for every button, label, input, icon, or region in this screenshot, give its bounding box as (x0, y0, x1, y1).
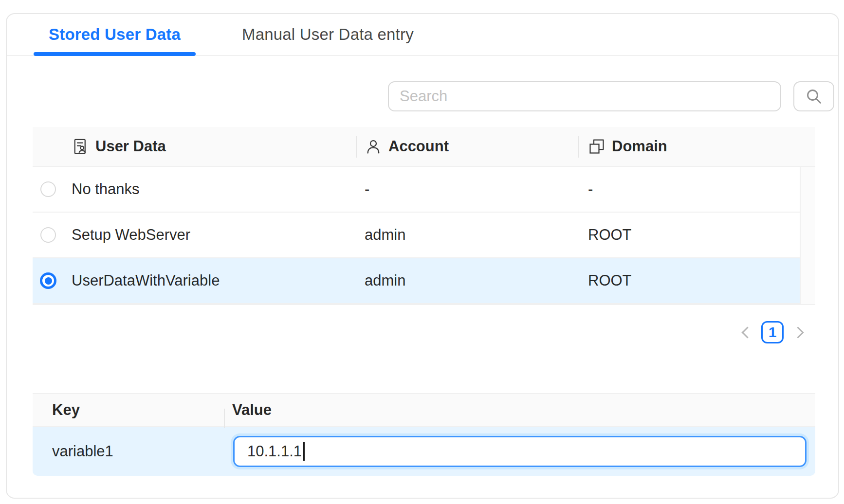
column-label-account: Account (388, 138, 449, 155)
pagination: 1 (7, 321, 807, 343)
cell-user-data: No thanks (64, 180, 356, 198)
text-cursor (303, 442, 305, 461)
cell-domain: ROOT (578, 272, 800, 289)
table-row-userdatawithvariable[interactable]: UserDataWithVariable admin ROOT (33, 258, 800, 304)
pagination-next-button[interactable] (792, 321, 807, 343)
user-data-dialog: Stored User Data Manual User Data entry (6, 13, 839, 499)
table-scrollbar[interactable] (800, 167, 815, 304)
chevron-right-icon (792, 326, 804, 338)
variable-value-cell: 10.1.1.1 (224, 436, 815, 467)
table-header: User Data Account Domain (33, 127, 815, 167)
variables-table: Key Value variable1 10.1.1.1 (33, 393, 815, 476)
user-icon (365, 138, 382, 155)
cell-account: - (356, 180, 578, 198)
value-input-text: 10.1.1.1 (247, 443, 302, 460)
search-icon (804, 87, 824, 106)
pagination-prev-button[interactable] (738, 321, 752, 343)
column-header-key: Key (33, 401, 224, 419)
cell-user-data: Setup WebServer (64, 226, 356, 244)
tab-stored-user-data[interactable]: Stored User Data (34, 14, 196, 55)
cell-domain: - (578, 180, 800, 198)
column-header-value: Value (224, 401, 815, 419)
variable-key: variable1 (33, 443, 224, 460)
column-header-user-data: User Data (64, 127, 356, 166)
radio-setup-webserver[interactable] (40, 227, 56, 243)
table-row-setup-webserver[interactable]: Setup WebServer admin ROOT (33, 213, 800, 258)
column-header-account: Account (356, 127, 578, 166)
cell-account: admin (356, 226, 578, 244)
search-row (7, 81, 838, 111)
variables-table-header: Key Value (33, 393, 815, 427)
radio-no-thanks[interactable] (40, 181, 56, 197)
tab-bar: Stored User Data Manual User Data entry (7, 14, 838, 56)
tab-manual-user-data-entry[interactable]: Manual User Data entry (227, 14, 429, 55)
cell-user-data: UserDataWithVariable (64, 272, 356, 289)
block-icon (588, 138, 605, 155)
column-header-domain: Domain (578, 127, 815, 166)
column-label-user-data: User Data (95, 138, 166, 155)
column-label-domain: Domain (612, 138, 667, 155)
cell-domain: ROOT (578, 226, 800, 244)
value-input[interactable]: 10.1.1.1 (233, 436, 807, 467)
search-input[interactable] (388, 81, 781, 111)
table-body: No thanks - - Setup WebServer admin ROOT… (33, 167, 815, 305)
cell-account: admin (356, 272, 578, 289)
chevron-left-icon (741, 326, 753, 338)
solution-icon (72, 138, 89, 155)
radio-userdatawithvariable[interactable] (40, 272, 56, 289)
table-row-no-thanks[interactable]: No thanks - - (33, 167, 800, 213)
user-data-table: User Data Account Domain No thanks (33, 127, 815, 305)
pagination-page-1[interactable]: 1 (761, 321, 784, 343)
variable-row: variable1 10.1.1.1 (33, 427, 815, 476)
search-button[interactable] (793, 81, 834, 111)
selection-column-header (33, 127, 64, 166)
